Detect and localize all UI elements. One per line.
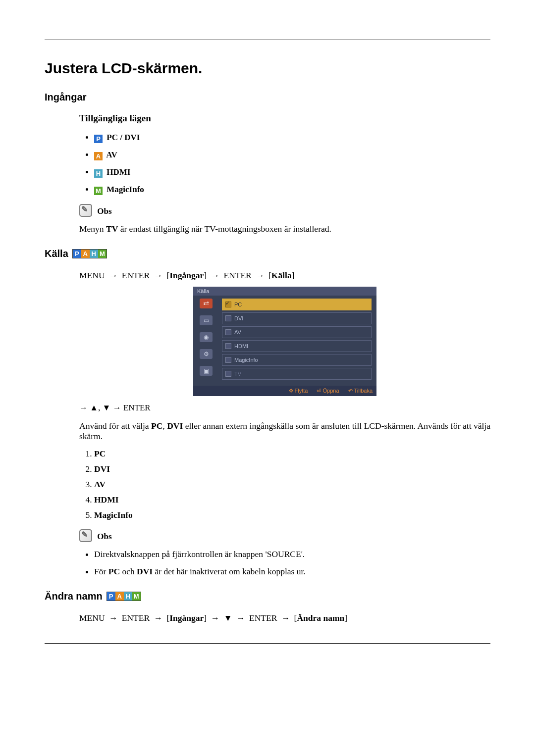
a-icon: A bbox=[94, 152, 103, 160]
mode-magicinfo: M MagicInfo bbox=[94, 185, 490, 195]
n2b-dvi: DVI bbox=[137, 566, 153, 576]
osd-title: Källa bbox=[193, 287, 376, 296]
nav2-andra: Ändra namn bbox=[297, 613, 344, 623]
up-icon: ▲ bbox=[90, 403, 98, 412]
arrow-icon: → bbox=[79, 403, 88, 412]
osd-flytta-label: Flytta bbox=[295, 388, 308, 394]
osd-tv-label: TV bbox=[234, 371, 241, 377]
p-icon: P bbox=[73, 250, 81, 258]
osd-list: PC DVI AV HDMI MagicInfo TV bbox=[219, 296, 376, 386]
n2b-pc: PC bbox=[108, 566, 120, 576]
nav2-ing: Ingångar bbox=[169, 613, 204, 623]
obs-label-1: Obs bbox=[97, 206, 111, 216]
mode-pc-dvi: P PC / DVI bbox=[94, 133, 490, 143]
check-icon bbox=[225, 329, 231, 335]
osd-oppna-label: Öppna bbox=[322, 388, 339, 394]
mode-hdmi: H HDMI bbox=[94, 167, 490, 178]
obs-1: Obs bbox=[79, 204, 490, 217]
obs1-pre: Menyn bbox=[79, 224, 106, 234]
move-icon: ✥ bbox=[289, 388, 293, 394]
osd-screenshot: Källa ⮂ ▭ ◉ ⚙ ▣ PC DVI AV HDMI MagicInfo… bbox=[193, 287, 376, 396]
enter-icon: ⏎ bbox=[317, 388, 321, 394]
mode-hdmi-label: HDMI bbox=[107, 167, 130, 177]
section-ingangar: Ingångar bbox=[45, 92, 490, 103]
nav1-enter: ENTER bbox=[122, 270, 150, 280]
rb: ] bbox=[292, 270, 295, 280]
src-2: DVI bbox=[94, 464, 490, 474]
h-icon: H bbox=[90, 250, 98, 258]
obs-2: Obs bbox=[79, 529, 490, 542]
osd-row-av: AV bbox=[222, 326, 372, 338]
arrow-icon: → bbox=[211, 613, 220, 623]
m-icon: M bbox=[98, 250, 107, 258]
check-icon bbox=[225, 343, 231, 349]
m-icon: M bbox=[94, 187, 103, 195]
osd-pc-label: PC bbox=[234, 302, 242, 307]
arrows-line: → ▲, ▼ → ENTER bbox=[79, 403, 490, 413]
section-kalla: Källa bbox=[45, 248, 68, 259]
nav2-menu: MENU bbox=[79, 613, 105, 623]
modes-list: P PC / DVI A AV H HDMI M MagicInfo bbox=[79, 133, 490, 195]
osd-sidebar: ⮂ ▭ ◉ ⚙ ▣ bbox=[193, 296, 219, 386]
down-icon: ▼ bbox=[223, 613, 232, 623]
osd-side-multi-icon: ▣ bbox=[200, 366, 213, 376]
note2-a: Direktvalsknappen på fjärrkontrollen är … bbox=[94, 549, 490, 559]
src-1-label: PC bbox=[94, 449, 106, 458]
osd-side-setup-icon: ⚙ bbox=[200, 349, 213, 359]
kd-mid: , bbox=[162, 421, 167, 431]
check-icon bbox=[225, 371, 231, 377]
rb: ] bbox=[204, 613, 207, 623]
note2-b: För PC och DVI är det här inaktiverat om… bbox=[94, 566, 490, 577]
page: Justera LCD-skärmen. Ingångar Tillgängli… bbox=[0, 0, 535, 673]
check-icon bbox=[225, 315, 231, 321]
osd-row-dvi: DVI bbox=[222, 312, 372, 324]
obs-text-1: Menyn TV är endast tillgänglig när TV-mo… bbox=[79, 224, 490, 234]
src-1: PC bbox=[94, 449, 490, 459]
osd-side-input-icon: ⮂ bbox=[200, 299, 213, 308]
arrow-icon: → bbox=[281, 613, 290, 623]
comma: , bbox=[98, 403, 103, 412]
section-kalla-row: Källa P A H M bbox=[45, 248, 490, 259]
section-andra-row: Ändra namn P A H M bbox=[45, 591, 490, 602]
osd-footer-tillbaka: ↶Tillbaka bbox=[348, 388, 373, 394]
osd-tillbaka-label: Tillbaka bbox=[354, 388, 373, 394]
obs1-tv: TV bbox=[106, 224, 118, 234]
osd-body: ⮂ ▭ ◉ ⚙ ▣ PC DVI AV HDMI MagicInfo TV bbox=[193, 296, 376, 386]
obs-label-2: Obs bbox=[97, 532, 111, 541]
top-rule bbox=[45, 40, 490, 40]
src-4: HDMI bbox=[94, 495, 490, 505]
page-title: Justera LCD-skärmen. bbox=[45, 60, 490, 77]
note-icon bbox=[79, 204, 92, 217]
arrow-icon: → bbox=[154, 270, 163, 280]
obs1-post: är endast tillgänglig när TV-mottagnings… bbox=[118, 224, 331, 234]
arrows-enter: ENTER bbox=[123, 403, 151, 412]
section-andra-namn: Ändra namn bbox=[45, 591, 103, 602]
source-ordered-list: PC DVI AV HDMI MagicInfo bbox=[79, 449, 490, 520]
kd-pc: PC bbox=[151, 421, 162, 431]
src-2-label: DVI bbox=[94, 464, 110, 474]
down-icon: ▼ bbox=[103, 403, 111, 412]
nav2-enter: ENTER bbox=[122, 613, 150, 623]
arrow-icon: → bbox=[154, 613, 163, 623]
nav-path-1: MENU → ENTER → [Ingångar] → ENTER → [Käl… bbox=[79, 270, 490, 281]
src-5: MagicInfo bbox=[94, 510, 490, 520]
nav1-enter2: ENTER bbox=[223, 270, 251, 280]
osd-row-pc: PC bbox=[222, 299, 372, 310]
h-icon: H bbox=[94, 169, 103, 178]
h-icon: H bbox=[124, 592, 132, 601]
arrow-icon: → bbox=[109, 270, 118, 280]
src-5-label: MagicInfo bbox=[94, 510, 133, 520]
andra-badges: P A H M bbox=[107, 592, 141, 601]
rb: ] bbox=[204, 270, 207, 280]
kalla-description: Använd för att välja PC, DVI eller annan… bbox=[79, 421, 490, 442]
osd-side-sound-icon: ◉ bbox=[200, 332, 213, 342]
arrow-icon: → bbox=[109, 613, 118, 623]
ingangar-content: Tillgängliga lägen P PC / DVI A AV H HDM… bbox=[79, 113, 490, 234]
mode-av-label: AV bbox=[106, 150, 117, 159]
osd-footer-flytta: ✥Flytta bbox=[289, 388, 308, 394]
osd-mi-label: MagicInfo bbox=[234, 357, 258, 363]
m-icon: M bbox=[132, 592, 141, 601]
arrow-icon: → bbox=[211, 270, 220, 280]
p-icon: P bbox=[107, 592, 115, 601]
src-3: AV bbox=[94, 479, 490, 490]
